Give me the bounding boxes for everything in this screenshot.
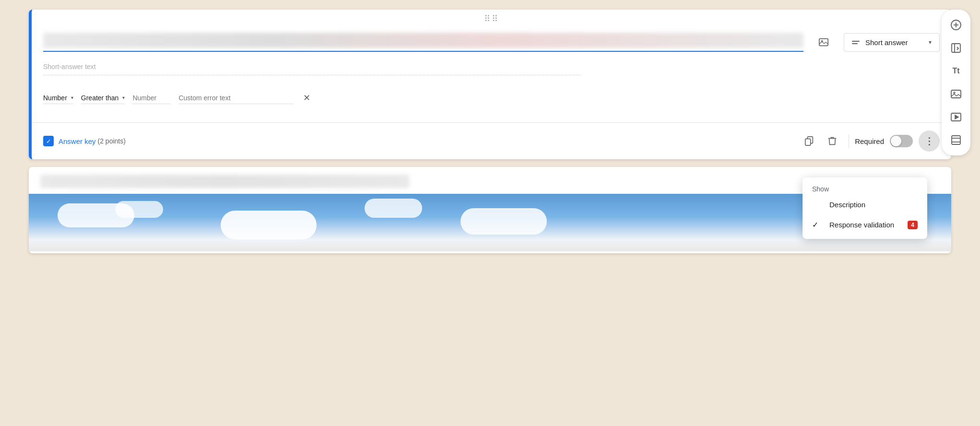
right-sidebar: Tt [942,10,970,155]
svg-rect-3 [805,139,811,145]
required-label: Required [855,137,884,145]
answer-key-label: Answer key [59,137,96,145]
short-answer-preview: Short-answer text [43,62,581,75]
context-menu-header: Show [803,181,927,195]
answer-key-button[interactable]: ✓ Answer key [43,136,96,146]
question2-blurred-text [40,175,409,188]
add-title-button[interactable]: Tt [946,61,966,81]
context-menu-description-item[interactable]: Description [803,195,927,214]
validation-condition-dropdown[interactable]: Greater than ▾ [81,92,125,104]
validation-badge: 4 [908,221,918,229]
validation-condition-chevron: ▾ [122,95,125,100]
delete-button[interactable] [822,130,843,152]
add-section-button[interactable] [946,130,966,150]
short-answer-icon [852,41,860,44]
add-video-button[interactable] [946,107,966,127]
short-answer-placeholder: Short-answer text [43,63,96,71]
question-input-area [43,33,803,52]
validation-type-chevron: ▾ [71,95,73,100]
context-menu: Show Description ✓ Response validation 4 [803,178,927,239]
validation-number-input[interactable] [132,92,171,104]
import-question-button[interactable] [946,38,966,58]
question-row: Short answer ▾ [43,26,940,53]
answer-key-checkbox: ✓ [43,136,54,146]
validation-row: Number ▾ Greater than ▾ ✕ [43,87,940,105]
question-type-label: Short answer [865,38,923,47]
svg-rect-0 [819,39,828,46]
title-icon: Tt [952,67,959,75]
validation-remove-button[interactable]: ✕ [301,91,312,105]
drag-handle[interactable]: ⠿⠿ [32,10,951,26]
points-text: (2 points) [98,137,126,145]
validation-check-icon: ✓ [812,220,822,229]
toolbar-actions: Required ⋮ [799,130,940,152]
svg-rect-9 [951,90,961,98]
context-menu-validation-item[interactable]: ✓ Response validation 4 [803,214,927,235]
toolbar-divider [849,134,849,148]
validation-condition-label: Greater than [81,94,119,102]
question-card-1: ⠿⠿ Short answ [29,10,951,159]
add-question-button[interactable] [946,15,966,35]
toggle-knob [891,136,901,146]
description-label: Description [829,201,865,209]
question-type-dropdown[interactable]: Short answer ▾ [844,33,940,52]
validation-label: Response validation [829,221,894,229]
card-toolbar: ✓ Answer key (2 points) [32,130,951,159]
card-divider [32,122,951,123]
validation-type-dropdown[interactable]: Number ▾ [43,92,73,104]
required-toggle[interactable] [890,135,913,147]
svg-point-10 [954,92,955,94]
svg-rect-7 [952,44,960,52]
validation-type-label: Number [43,94,67,102]
more-options-button[interactable]: ⋮ [919,130,940,152]
svg-rect-15 [952,136,960,144]
chevron-down-icon: ▾ [929,39,932,46]
duplicate-button[interactable] [799,130,820,152]
validation-error-input[interactable] [178,92,294,104]
add-image-button[interactable] [946,84,966,104]
svg-marker-12 [955,115,958,119]
question-blurred-text [43,33,803,48]
add-image-to-question-button[interactable] [813,32,834,53]
